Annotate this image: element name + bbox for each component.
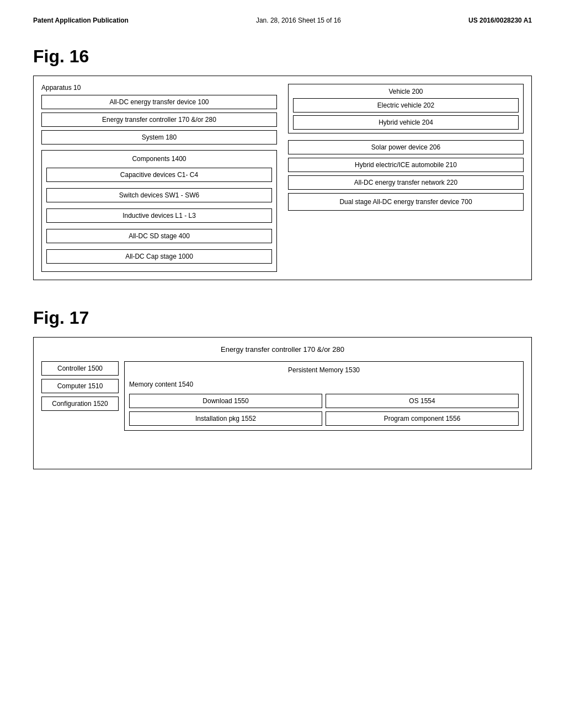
solar-power-box: Solar power device 206 — [288, 140, 524, 154]
controller-box: Controller 1500 — [41, 361, 119, 376]
capacitive-devices-box: Capacitive devices C1- C4 — [46, 168, 272, 182]
memory-content-label: Memory content 1540 — [129, 381, 519, 388]
inductive-devices-box: Inductive devices L1 - L3 — [46, 208, 272, 223]
memory-grid: Download 1550 OS 1554 Installation pkg 1… — [129, 394, 519, 426]
computer-box: Computer 1510 — [41, 379, 119, 393]
fig17-title: Fig. 17 — [33, 308, 532, 328]
fig16-title: Fig. 16 — [33, 46, 532, 67]
energy-transfer-controller-box: Energy transfer controller 170 &/or 280 — [41, 113, 277, 127]
os-box: OS 1554 — [326, 394, 519, 408]
system-box: System 180 — [41, 130, 277, 144]
header-left: Patent Application Publication — [33, 17, 129, 24]
fig16-right: Vehicle 200 Electric vehicle 202 Hybrid … — [288, 84, 524, 272]
header-right: US 2016/0028230 A1 — [468, 17, 532, 24]
hybrid-vehicle-box: Hybrid vehicle 204 — [293, 115, 519, 130]
vehicle-group: Vehicle 200 Electric vehicle 202 Hybrid … — [288, 84, 524, 133]
fig16-left: Apparatus 10 All-DC energy transfer devi… — [41, 84, 277, 272]
configuration-box: Configuration 1520 — [41, 397, 119, 411]
components-label: Components 1400 — [46, 155, 272, 163]
apparatus-label: Apparatus 10 — [41, 84, 277, 92]
fig17-diagram: Energy transfer controller 170 &/or 280 … — [33, 337, 532, 469]
fig17-inner: Controller 1500 Computer 1510 Configurat… — [41, 361, 524, 431]
all-dc-energy-transfer-box: All-DC energy transfer device 100 — [41, 95, 277, 109]
download-box: Download 1550 — [129, 394, 322, 408]
all-dc-sd-stage-box: All-DC SD stage 400 — [46, 229, 272, 243]
electric-vehicle-box: Electric vehicle 202 — [293, 98, 519, 113]
page: Patent Application Publication Jan. 28, … — [0, 0, 565, 728]
program-component-box: Program component 1556 — [326, 411, 519, 426]
switch-devices-box: Switch devices SW1 - SW6 — [46, 188, 272, 202]
fig17-left: Controller 1500 Computer 1510 Configurat… — [41, 361, 119, 411]
all-dc-network-box: All-DC energy transfer network 220 — [288, 175, 524, 190]
persistent-memory-label: Persistent Memory 1530 — [129, 366, 519, 374]
fig16-diagram: Apparatus 10 All-DC energy transfer devi… — [33, 76, 532, 280]
dual-stage-box: Dual stage All-DC energy transfer device… — [288, 193, 524, 211]
fig17-right: Persistent Memory 1530 Memory content 15… — [124, 361, 524, 431]
page-header: Patent Application Publication Jan. 28, … — [33, 17, 532, 24]
header-center: Jan. 28, 2016 Sheet 15 of 16 — [256, 17, 341, 24]
all-dc-cap-stage-box: All-DC Cap stage 1000 — [46, 249, 272, 264]
installation-pkg-box: Installation pkg 1552 — [129, 411, 322, 426]
vehicle-label: Vehicle 200 — [293, 88, 519, 95]
components-group: Components 1400 Capacitive devices C1- C… — [41, 150, 277, 272]
fig17-main-label: Energy transfer controller 170 &/or 280 — [41, 345, 524, 354]
hybrid-electric-box: Hybrid electric/ICE automobile 210 — [288, 158, 524, 172]
